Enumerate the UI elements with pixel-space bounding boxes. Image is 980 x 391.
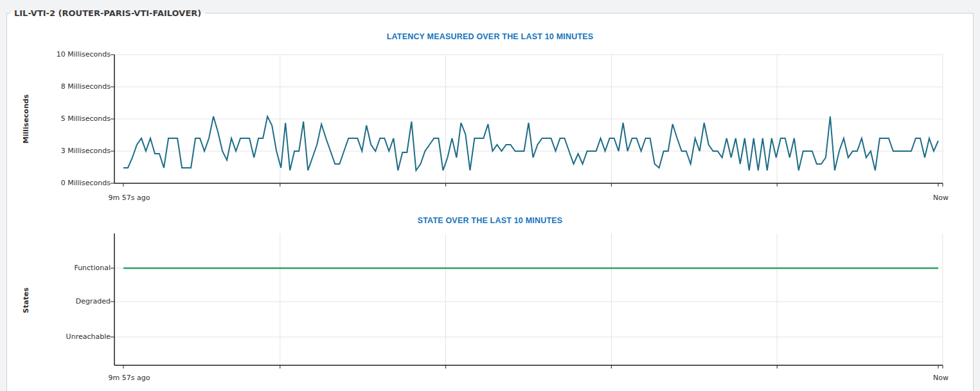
panel-legend: LIL-VTI-2 (ROUTER-PARIS-VTI-FAILOVER) bbox=[10, 8, 205, 18]
monitoring-page: LIL-VTI-2 (ROUTER-PARIS-VTI-FAILOVER) LA… bbox=[0, 0, 980, 391]
device-panel: LIL-VTI-2 (ROUTER-PARIS-VTI-FAILOVER) bbox=[6, 8, 974, 391]
